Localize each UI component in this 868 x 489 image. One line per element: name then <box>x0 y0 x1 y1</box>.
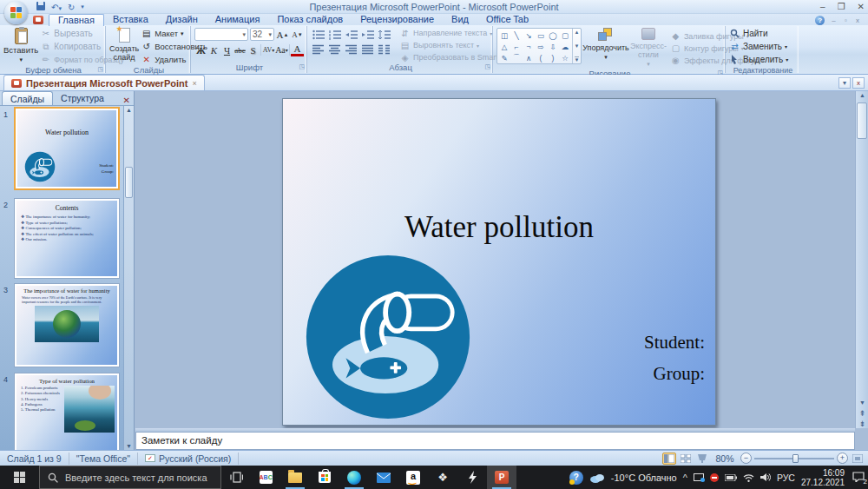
shape-button[interactable]: ¬ <box>523 41 535 52</box>
water-pollution-logo-icon[interactable] <box>304 253 472 421</box>
text-shadow-button[interactable]: S <box>247 43 260 56</box>
shape-button[interactable]: ☁ <box>559 41 571 52</box>
tab-animation[interactable]: Анимация <box>207 14 269 25</box>
italic-button[interactable]: К <box>207 43 220 56</box>
edge-button[interactable] <box>339 466 369 489</box>
theme-name[interactable]: "Тема Office" <box>69 453 138 465</box>
slideshow-button[interactable] <box>695 453 709 465</box>
scroll-up-icon[interactable]: ▲ <box>856 91 868 100</box>
line-spacing-button[interactable] <box>377 28 392 42</box>
tab-design[interactable]: Дизайн <box>157 14 207 25</box>
tray-expand-chevron-icon[interactable]: ^ <box>683 472 687 483</box>
panel-close-icon[interactable]: ✕ <box>123 96 130 105</box>
dialog-launcher-icon[interactable]: ◳ <box>299 62 305 72</box>
tab-outline[interactable]: Структура <box>53 91 112 105</box>
scroll-down-icon[interactable]: ▼ <box>124 443 134 449</box>
tab-office-tab[interactable]: Office Tab <box>477 14 537 25</box>
battery-icon[interactable] <box>725 474 737 481</box>
strikethrough-button[interactable]: abc <box>233 43 247 56</box>
help-tray-icon[interactable]: ? <box>569 471 583 485</box>
replace-button[interactable]: ⇄Заменить ▾ <box>729 41 788 52</box>
slide-group-line[interactable]: Group: <box>644 358 705 389</box>
character-spacing-button[interactable]: AV▾ <box>262 43 275 56</box>
grow-font-button[interactable]: А▲ <box>276 28 289 41</box>
shape-button[interactable]: ▭ <box>535 30 547 41</box>
align-center-button[interactable] <box>327 43 343 56</box>
font-name-select[interactable]: ▾ <box>194 28 248 41</box>
fit-to-window-button[interactable] <box>851 453 865 465</box>
shape-button[interactable]: ▢ <box>559 30 571 41</box>
dialog-launcher-icon[interactable]: ◳ <box>484 62 490 72</box>
shape-button[interactable]: ◯ <box>547 30 559 41</box>
panel-scroll-thumb[interactable] <box>125 167 133 198</box>
tab-view[interactable]: Вид <box>443 14 477 25</box>
lightning-app-button[interactable] <box>457 466 487 489</box>
increase-indent-button[interactable] <box>360 28 376 42</box>
shape-button[interactable]: ⇨ <box>535 41 547 52</box>
dropbox-button[interactable]: ❖ <box>428 466 457 489</box>
tab-insert[interactable]: Вставка <box>104 14 157 25</box>
slide-thumbnail-3[interactable]: The importance of water for humanity Wat… <box>14 283 120 367</box>
align-left-button[interactable] <box>311 43 326 56</box>
shape-button[interactable]: ( <box>535 52 547 63</box>
app-icon[interactable] <box>33 16 43 24</box>
slide-thumbnail-1[interactable]: Water pollution Student:Group: <box>14 107 120 190</box>
shape-button[interactable]: ⌒ <box>510 52 523 63</box>
paste-button[interactable]: Вставить▾ <box>3 28 38 65</box>
taskbar-search[interactable]: Введите здесь текст для поиска <box>39 466 221 489</box>
taskbar-clock[interactable]: 16:0927.12.2021 <box>801 468 845 487</box>
shape-button[interactable]: ⌐ <box>510 41 523 52</box>
document-tab[interactable]: Презентация Microsoft PowerPoint × <box>3 75 205 90</box>
language-indicator[interactable]: РУС <box>777 472 795 483</box>
powerpoint-taskbar-button[interactable]: P <box>487 466 516 489</box>
tab-slideshow[interactable]: Показ слайдов <box>268 14 352 25</box>
volume-icon[interactable] <box>760 472 771 482</box>
tab-slides[interactable]: Слайды <box>2 91 53 105</box>
arrange-button[interactable]: Упорядочить▾ <box>583 28 628 69</box>
bold-button[interactable]: Ж <box>194 43 207 56</box>
align-right-button[interactable] <box>344 43 359 56</box>
shape-button[interactable]: ⇩ <box>547 41 559 52</box>
previous-slide-button[interactable]: ⇞ <box>856 409 868 418</box>
shapes-gallery-scrollbar[interactable]: ▲▼▼ <box>572 29 581 63</box>
amazon-button[interactable]: a <box>398 466 428 489</box>
doc-tab-menu-button[interactable]: ▾ <box>838 77 851 89</box>
file-explorer-button[interactable] <box>280 466 310 489</box>
shape-button[interactable]: ↘ <box>523 30 535 41</box>
underline-button[interactable]: Ч <box>220 43 233 56</box>
tray-monitor-icon[interactable] <box>694 473 704 481</box>
columns-button[interactable] <box>377 43 392 56</box>
start-button[interactable] <box>0 466 39 489</box>
tab-home[interactable]: Главная <box>49 14 104 26</box>
find-button[interactable]: Найти <box>729 28 788 39</box>
justify-button[interactable] <box>360 43 376 56</box>
shape-button[interactable]: ) <box>547 52 559 63</box>
next-slide-button[interactable]: ⇟ <box>856 420 868 428</box>
scroll-up-icon[interactable]: ▲ <box>124 106 134 115</box>
slide-canvas[interactable]: Water pollution Student: Group: <box>282 98 716 426</box>
weather-text[interactable]: -10°C Облачно <box>611 472 677 483</box>
shape-button[interactable]: ∧ <box>523 52 535 63</box>
shrink-font-button[interactable]: А▼ <box>291 28 304 41</box>
doc-tab-close-icon[interactable]: × <box>192 79 196 88</box>
font-color-button[interactable]: А <box>291 43 304 56</box>
normal-view-button[interactable] <box>662 453 676 465</box>
dialog-launcher-icon[interactable]: ◳ <box>97 64 103 75</box>
shape-button[interactable]: ╲ <box>510 30 523 41</box>
help-icon[interactable]: ? <box>815 16 825 25</box>
decrease-indent-button[interactable] <box>344 28 359 42</box>
document-window-controls[interactable]: – ▫ x <box>832 17 863 24</box>
language-status[interactable]: ✓Русский (Россия) <box>138 453 239 465</box>
task-view-button[interactable] <box>221 466 251 489</box>
close-button[interactable]: ✕ <box>858 0 865 14</box>
zoom-slider-thumb[interactable] <box>792 454 799 463</box>
wifi-icon[interactable] <box>743 473 754 482</box>
doc-tab-close-all-button[interactable]: x <box>852 77 865 89</box>
translator-app-button[interactable]: ABC <box>251 466 280 489</box>
slide-thumbnail-4[interactable]: Type of water pollution Petroleum produc… <box>14 373 120 450</box>
new-slide-button[interactable]: ★ Создать слайд <box>109 28 139 65</box>
shape-button[interactable]: △ <box>498 41 510 52</box>
slide-title[interactable]: Water pollution <box>283 210 715 245</box>
font-size-select[interactable]: 32▾ <box>250 28 274 41</box>
slide-thumbnail-2[interactable]: Contents The importance of water for hum… <box>14 198 120 279</box>
